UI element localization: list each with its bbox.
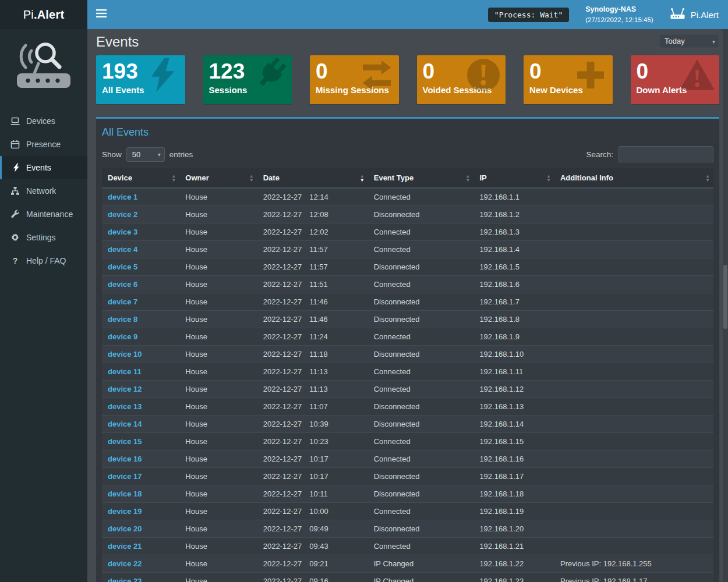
date-cell: 2022-12-2712:02	[257, 223, 368, 241]
device-link[interactable]: device 12	[108, 385, 142, 393]
sort-icon: ▴▾	[172, 174, 175, 182]
device-cell: device 18	[102, 485, 179, 503]
device-link[interactable]: device 5	[108, 262, 137, 271]
additional-info-cell	[554, 276, 713, 293]
time-value: 09:43	[309, 542, 328, 551]
column-header-device[interactable]: Device ▴▾	[102, 168, 179, 188]
device-cell: device 23	[102, 573, 179, 582]
ip-cell: 192.168.1.15	[473, 433, 554, 450]
sidebar-item-settings[interactable]: Settings	[0, 226, 87, 249]
column-header-ip[interactable]: IP ▴▾	[473, 168, 554, 188]
owner-cell: House	[179, 223, 257, 241]
time-value: 12:02	[309, 228, 328, 236]
column-header-additional-info[interactable]: Additional Info ▴▾	[554, 168, 713, 188]
date-value: 2022-12-27	[263, 367, 302, 376]
device-link[interactable]: device 4	[108, 245, 137, 254]
device-link[interactable]: device 13	[108, 402, 142, 411]
additional-info-cell	[554, 416, 713, 433]
search-input[interactable]	[619, 146, 713, 162]
network-icon	[10, 186, 20, 196]
date-cell: 2022-12-2710:00	[257, 503, 368, 520]
device-link[interactable]: device 15	[108, 437, 142, 446]
table-row: device 1 House 2022-12-2712:14 Connected…	[102, 188, 713, 206]
plug-icon	[251, 56, 288, 94]
radar-router-magnifier-icon	[0, 29, 87, 99]
sidebar-menu: Devices Presence Events Network	[0, 109, 87, 272]
device-link[interactable]: device 10	[108, 350, 142, 359]
sidebar-item-help[interactable]: ? Help / FAQ	[0, 249, 87, 272]
device-link[interactable]: device 3	[108, 228, 137, 236]
additional-info-cell	[554, 311, 713, 328]
device-link[interactable]: device 23	[108, 577, 142, 582]
ip-cell: 192.168.1.9	[473, 328, 554, 346]
device-link[interactable]: device 7	[108, 297, 137, 306]
table-row: device 23 House 2022-12-2709:16 IP Chang…	[102, 573, 713, 582]
date-value: 2022-12-27	[263, 350, 302, 359]
device-link[interactable]: device 14	[108, 420, 142, 428]
time-value: 12:08	[309, 210, 328, 219]
device-link[interactable]: device 11	[108, 367, 142, 376]
scrollbar[interactable]	[723, 29, 728, 582]
table-row: device 3 House 2022-12-2712:02 Connected…	[102, 223, 713, 241]
stat-card-all-events: 193 All Events	[96, 55, 185, 104]
column-header-event-type[interactable]: Event Type ▴▾	[368, 168, 474, 188]
device-link[interactable]: device 19	[108, 507, 142, 516]
table-row: device 5 House 2022-12-2711:57 Disconnec…	[102, 258, 713, 276]
ip-cell: 192.168.1.13	[473, 398, 554, 416]
sidebar-item-events[interactable]: Events	[0, 156, 87, 179]
scrollbar-thumb[interactable]	[723, 265, 727, 329]
date-value: 2022-12-27	[263, 489, 302, 498]
column-header-date[interactable]: Date ▴▾	[257, 168, 368, 188]
sidebar-item-label: Events	[26, 163, 51, 172]
additional-info-cell: Previous IP: 192.168.1.17	[554, 573, 713, 582]
device-link[interactable]: device 2	[108, 210, 137, 219]
ip-cell: 192.168.1.22	[473, 555, 554, 573]
ip-cell: 192.168.1.12	[473, 381, 554, 398]
app-logo[interactable]: Pi.Alert	[0, 0, 87, 29]
device-link[interactable]: device 16	[108, 455, 142, 463]
device-cell: device 21	[102, 538, 179, 555]
period-select[interactable]: Today	[659, 34, 719, 48]
all-events-panel: All Events Show 50 ▾ entries Search:	[96, 117, 719, 582]
additional-info-cell	[554, 363, 713, 381]
additional-info-cell	[554, 468, 713, 485]
owner-cell: House	[179, 468, 257, 485]
date-value: 2022-12-27	[263, 297, 302, 306]
time-value: 11:46	[309, 315, 328, 324]
owner-cell: House	[179, 520, 257, 538]
column-header-owner[interactable]: Owner ▴▾	[179, 168, 257, 188]
date-value: 2022-12-27	[263, 245, 302, 254]
date-cell: 2022-12-2711:24	[257, 328, 368, 346]
device-cell: device 7	[102, 293, 179, 311]
main-content: Events Today ▾ 193 All Events 123 Sessio…	[87, 0, 728, 582]
event-type-cell: Connected	[368, 276, 474, 293]
device-link[interactable]: device 18	[108, 489, 142, 498]
device-link[interactable]: device 22	[108, 559, 142, 568]
show-entries-control: Show 50 ▾ entries	[102, 147, 193, 162]
sidebar-item-maintenance[interactable]: Maintenance	[0, 203, 87, 226]
sidebar-item-network[interactable]: Network	[0, 179, 87, 203]
additional-info-cell	[554, 188, 713, 206]
hamburger-icon	[96, 9, 107, 20]
date-cell: 2022-12-2710:39	[257, 416, 368, 433]
additional-info-cell	[554, 206, 713, 223]
date-cell: 2022-12-2711:18	[257, 346, 368, 363]
sidebar-toggle-button[interactable]	[87, 0, 115, 29]
device-link[interactable]: device 9	[108, 332, 137, 341]
sidebar-item-devices[interactable]: Devices	[0, 109, 87, 133]
event-type-cell: Disconnected	[368, 398, 474, 416]
device-link[interactable]: device 21	[108, 542, 142, 551]
owner-cell: House	[179, 258, 257, 276]
sidebar-item-presence[interactable]: Presence	[0, 133, 87, 156]
table-row: device 21 House 2022-12-2709:43 Connecte…	[102, 538, 713, 555]
device-cell: device 22	[102, 555, 179, 573]
device-link[interactable]: device 1	[108, 193, 137, 201]
device-link[interactable]: device 6	[108, 280, 137, 289]
device-link[interactable]: device 20	[108, 524, 142, 533]
date-cell: 2022-12-2710:17	[257, 450, 368, 468]
device-link[interactable]: device 17	[108, 472, 142, 481]
date-value: 2022-12-27	[263, 193, 302, 201]
device-link[interactable]: device 8	[108, 315, 137, 324]
device-cell: device 5	[102, 258, 179, 276]
page-size-select[interactable]: 50	[126, 147, 165, 162]
